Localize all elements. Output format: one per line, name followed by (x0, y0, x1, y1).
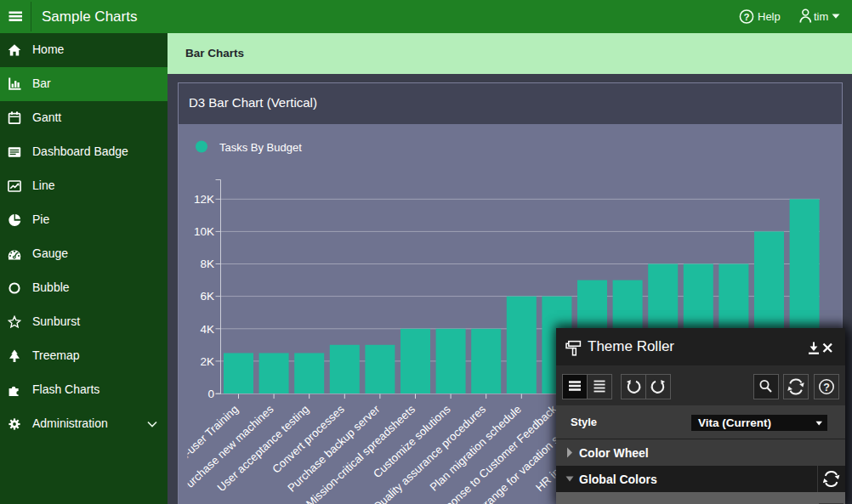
svg-text:?: ? (823, 382, 830, 394)
svg-text:Help: Help (758, 10, 781, 23)
svg-text:?: ? (743, 12, 749, 22)
svg-text:tim: tim (814, 10, 828, 23)
